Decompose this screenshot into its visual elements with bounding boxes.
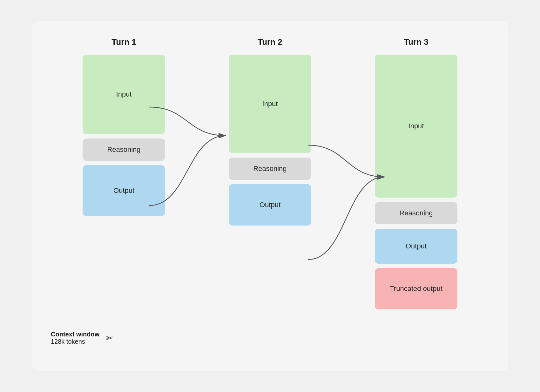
turn1-input-block: Input: [83, 55, 165, 134]
turn1-output-block: Output: [83, 165, 165, 216]
turn1-title: Turn 1: [111, 37, 136, 47]
turn3-title: Turn 3: [404, 37, 429, 47]
context-window-row: Context window 128k tokens ✂: [51, 331, 489, 345]
turns-row: Turn 1 Input Reasoning Output Turn 2 Inp…: [51, 37, 489, 309]
context-label-bold: Context window: [51, 331, 99, 338]
turn1-column: Turn 1 Input Reasoning Output: [79, 37, 168, 216]
context-label-sub: 128k tokens: [51, 338, 99, 345]
turn2-reasoning-block: Reasoning: [229, 158, 311, 180]
turn2-input-block: Input: [229, 55, 311, 153]
turn2-column: Turn 2 Input Reasoning Output: [226, 37, 314, 226]
scissors-icon: ✂: [106, 333, 113, 343]
diagram-container: Turn 1 Input Reasoning Output Turn 2 Inp…: [32, 21, 508, 371]
turn3-column: Turn 3 Input Reasoning Output Truncated …: [372, 37, 461, 309]
context-dashed-line: [116, 338, 489, 338]
turn3-reasoning-block: Reasoning: [375, 202, 457, 224]
turn2-title: Turn 2: [258, 37, 282, 47]
turn3-output-block: Output: [375, 229, 457, 264]
turn1-reasoning-block: Reasoning: [83, 139, 165, 161]
turn2-output-block: Output: [229, 184, 311, 226]
context-label: Context window 128k tokens: [51, 331, 99, 345]
turn3-truncated-block: Truncated output: [375, 268, 457, 309]
turn3-input-block: Input: [375, 55, 457, 198]
